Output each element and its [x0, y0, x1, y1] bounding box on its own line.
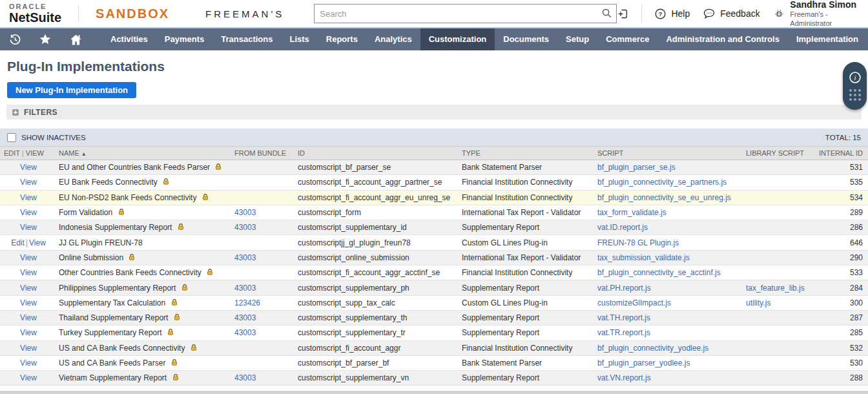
view-link[interactable]: View	[20, 313, 37, 322]
header-id[interactable]: ID	[296, 149, 460, 157]
script-link[interactable]: vat.TR.report.js	[597, 328, 650, 337]
script-link[interactable]: vat.ID.report.js	[597, 223, 648, 232]
help-button[interactable]: ? Help	[654, 8, 690, 20]
plugin-name: Other Countries Bank Feeds Connectivity	[59, 268, 202, 277]
home-icon[interactable]	[69, 33, 83, 47]
script-id: customscript_fi_account_aggr_eu_unreg_se	[296, 193, 460, 202]
script-link[interactable]: tax_submission_validate.js	[597, 253, 690, 262]
quick-add-icon[interactable]	[617, 7, 628, 21]
script-link[interactable]: bf_plugin_connectivity_se_acctinf.js	[597, 268, 721, 277]
plugin-name-cell: EU Bank Feeds Connectivity	[57, 178, 232, 187]
script-link[interactable]: vat.PH.report.js	[597, 284, 651, 293]
script-link[interactable]: bf_plugin_connectivity_se_eu_unreg.js	[597, 193, 731, 202]
view-link[interactable]: View	[20, 268, 37, 277]
filters-expand-icon[interactable]	[12, 109, 19, 116]
view-link[interactable]: View	[20, 328, 37, 337]
view-link[interactable]: View	[20, 284, 37, 293]
lock-icon	[177, 223, 185, 231]
header-name[interactable]: NAME▲	[57, 149, 232, 157]
library-script-cell: tax_feature_lib.js	[744, 284, 809, 293]
bundle-link[interactable]: 43003	[234, 328, 256, 337]
header-library-script[interactable]: LIBRARY SCRIPT	[744, 149, 809, 157]
script-link[interactable]: vat.VN.report.js	[597, 373, 651, 382]
view-link[interactable]: View	[20, 253, 37, 262]
nav-item-implementation[interactable]: Implementation	[788, 28, 867, 50]
header-internal-id[interactable]: INTERNAL ID	[809, 149, 868, 157]
bundle-link[interactable]: 43003	[234, 373, 256, 382]
nav-item-documents[interactable]: Documents	[495, 28, 557, 50]
bundle-link[interactable]: 123426	[234, 298, 260, 307]
row-actions: Edit|View	[0, 193, 57, 202]
view-link[interactable]: View	[20, 344, 37, 353]
library-script-link[interactable]: utility.js	[746, 298, 770, 307]
script-link[interactable]: customizeGlImpact.js	[597, 298, 671, 307]
nav-item-customization[interactable]: Customization	[420, 28, 495, 50]
view-link[interactable]: View	[20, 178, 37, 187]
nav-item-commerce[interactable]: Commerce	[597, 28, 657, 50]
nav-item-administration-and-controls[interactable]: Administration and Controls	[657, 28, 788, 50]
nav-item-transactions[interactable]: Transactions	[212, 28, 281, 50]
list-options-bar: SHOW INACTIVES TOTAL: 15	[0, 129, 868, 146]
search-icon[interactable]	[601, 8, 612, 19]
view-link[interactable]: View	[20, 373, 37, 382]
nav-item-activities[interactable]: Activities	[102, 28, 156, 50]
recent-records-icon[interactable]	[9, 34, 21, 46]
script-link[interactable]: FREUN-78 GL Plugin.js	[597, 238, 679, 247]
view-link[interactable]: View	[20, 298, 37, 307]
script-cell: vat.ID.report.js	[595, 223, 744, 232]
script-link[interactable]: vat.TH.report.js	[597, 313, 650, 322]
view-link[interactable]: View	[20, 163, 37, 172]
search-input[interactable]	[314, 4, 616, 23]
header-edit: EDIT	[4, 149, 20, 157]
plugin-name-cell: Vietnam Supplementary Report	[57, 373, 232, 382]
view-link[interactable]: View	[29, 238, 46, 247]
table-row: Edit|View US and CA Bank Feeds Parser cu…	[0, 356, 868, 371]
feedback-button[interactable]: Feedback	[703, 7, 760, 20]
view-link[interactable]: View	[20, 223, 37, 232]
script-link[interactable]: bf_plugin_connectivity_yodlee.js	[597, 344, 708, 353]
nav-item-lists[interactable]: Lists	[281, 28, 317, 50]
header-script[interactable]: SCRIPT	[595, 149, 744, 157]
nav-items: ActivitiesPaymentsTransactionsListsRepor…	[102, 28, 867, 50]
script-id: customscript_supplementary_th	[296, 313, 460, 322]
bundle-link[interactable]: 43003	[234, 284, 256, 293]
apps-grid-icon[interactable]	[849, 89, 861, 101]
info-icon[interactable]: i	[849, 71, 862, 84]
shortcuts-star-icon[interactable]	[39, 33, 52, 46]
plugin-implementations-table: EDIT | VIEW NAME▲ FROM BUNDLE ID TYPE SC…	[0, 146, 868, 386]
bundle-link[interactable]: 43003	[234, 313, 256, 322]
top-header: ORACLE NetSuite SANDBOX FREEMAN'S ? Help…	[0, 0, 868, 28]
bundle-link[interactable]: 43003	[234, 253, 256, 262]
plugin-type: Supplementary Report	[460, 313, 595, 322]
internal-id: 532	[809, 344, 868, 353]
internal-id: 300	[809, 298, 868, 307]
table-row: Edit|View Thailand Supplementary Report …	[0, 311, 868, 326]
header-from-bundle[interactable]: FROM BUNDLE	[232, 149, 296, 157]
bundle-link[interactable]: 43003	[234, 223, 256, 232]
view-link[interactable]: View	[20, 193, 37, 202]
edit-link[interactable]: Edit	[11, 238, 25, 247]
script-link[interactable]: bf_plugin_parser_se.js	[597, 163, 676, 172]
nav-item-reports[interactable]: Reports	[318, 28, 366, 50]
nav-item-setup[interactable]: Setup	[557, 28, 597, 50]
filters-bar[interactable]: FILTERS	[6, 105, 862, 119]
script-cell: vat.TR.report.js	[595, 328, 744, 337]
library-script-link[interactable]: tax_feature_lib.js	[746, 284, 805, 293]
view-link[interactable]: View	[20, 208, 37, 217]
view-link[interactable]: View	[20, 358, 37, 368]
script-link[interactable]: bf_plugin_connectivity_se_partners.js	[597, 178, 727, 187]
user-menu[interactable]: Sandhra Simon Freeman's - Administrator	[773, 0, 859, 28]
nav-item-analytics[interactable]: Analytics	[366, 28, 420, 50]
script-id: customscript_supp_tax_calc	[296, 298, 460, 307]
script-link[interactable]: tax_form_validate.js	[597, 208, 666, 217]
row-actions: Edit|View	[0, 344, 57, 353]
new-plugin-implementation-button[interactable]: New Plug-In Implementation	[7, 82, 136, 98]
lock-icon	[181, 284, 189, 291]
script-link[interactable]: bf_plugin_parser_yodlee.js	[597, 358, 690, 368]
bundle-link[interactable]: 43003	[234, 208, 256, 217]
plugin-name-cell: JJ GL Plugin FREUN-78	[57, 238, 232, 247]
header-type[interactable]: TYPE	[460, 149, 595, 157]
nav-item-payments[interactable]: Payments	[156, 28, 212, 50]
show-inactives-checkbox[interactable]	[7, 133, 16, 142]
plugin-type: Financial Institution Connectivity	[460, 178, 595, 187]
